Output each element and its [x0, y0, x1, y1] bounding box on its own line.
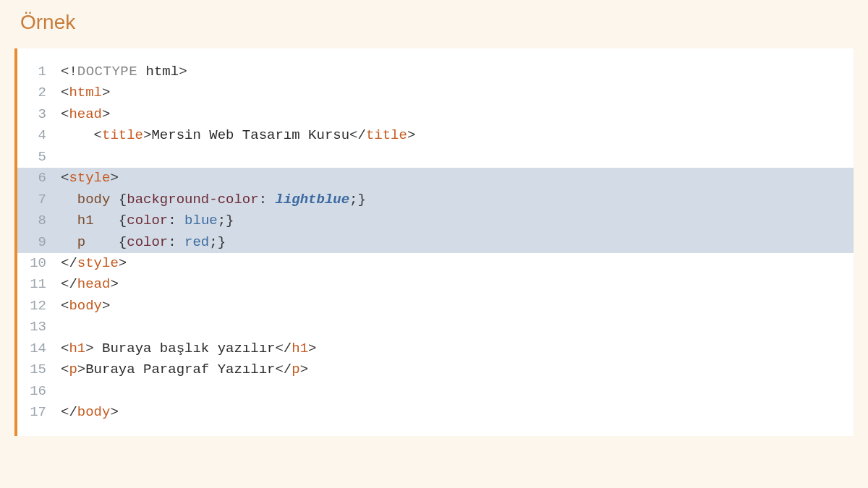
- code-line: 10</style>: [17, 253, 854, 274]
- line-number: 5: [17, 147, 61, 168]
- code-line: 4 <title>Mersin Web Tasarım Kursu</title…: [17, 125, 854, 146]
- code-content: <head>: [61, 104, 854, 125]
- code-line: 1<!DOCTYPE html>: [17, 61, 854, 82]
- line-number: 1: [17, 61, 61, 82]
- code-content: [61, 147, 854, 168]
- code-content: <style>: [61, 168, 854, 189]
- line-number: 3: [17, 104, 61, 125]
- line-number: 15: [17, 359, 61, 380]
- code-line: 8 h1 {color: blue;}: [17, 210, 854, 231]
- code-line: 9 p {color: red;}: [17, 232, 854, 253]
- code-line: 15<p>Buraya Paragraf Yazılır</p>: [17, 359, 854, 380]
- example-heading: Örnek: [14, 11, 854, 34]
- code-line: 13: [17, 317, 854, 338]
- line-number: 2: [17, 82, 61, 103]
- code-content: p {color: red;}: [61, 232, 854, 253]
- code-line: 11</head>: [17, 274, 854, 295]
- code-line: 17</body>: [17, 402, 854, 423]
- code-content: <h1> Buraya başlık yazılır</h1>: [61, 338, 854, 359]
- code-line: 2<html>: [17, 82, 854, 103]
- line-number: 17: [17, 402, 61, 423]
- code-line: 7 body {background-color: lightblue;}: [17, 189, 854, 210]
- line-number: 8: [17, 210, 61, 231]
- line-number: 10: [17, 253, 61, 274]
- line-number: 13: [17, 317, 61, 338]
- line-number: 11: [17, 274, 61, 295]
- line-number: 4: [17, 125, 61, 146]
- line-number: 6: [17, 168, 61, 189]
- line-number: 16: [17, 381, 61, 402]
- code-line: 12<body>: [17, 296, 854, 317]
- code-line: 16: [17, 381, 854, 402]
- code-line: 6<style>: [17, 168, 854, 189]
- code-content: <p>Buraya Paragraf Yazılır</p>: [61, 359, 854, 380]
- code-line: 5: [17, 147, 854, 168]
- code-content: </body>: [61, 402, 854, 423]
- code-content: [61, 381, 854, 402]
- code-content: h1 {color: blue;}: [61, 210, 854, 231]
- line-number: 9: [17, 232, 61, 253]
- line-number: 7: [17, 189, 61, 210]
- code-content: [61, 317, 854, 338]
- code-content: </head>: [61, 274, 854, 295]
- code-content: </style>: [61, 253, 854, 274]
- code-content: <title>Mersin Web Tasarım Kursu</title>: [61, 125, 854, 146]
- code-content: <html>: [61, 82, 854, 103]
- line-number: 12: [17, 296, 61, 317]
- code-block: 1<!DOCTYPE html>2<html>3<head>4 <title>M…: [14, 48, 854, 436]
- code-content: body {background-color: lightblue;}: [61, 189, 854, 210]
- example-container: Örnek 1<!DOCTYPE html>2<html>3<head>4 <t…: [14, 11, 854, 436]
- line-number: 14: [17, 338, 61, 359]
- code-content: <!DOCTYPE html>: [61, 61, 854, 82]
- code-line: 3<head>: [17, 104, 854, 125]
- code-content: <body>: [61, 296, 854, 317]
- code-line: 14<h1> Buraya başlık yazılır</h1>: [17, 338, 854, 359]
